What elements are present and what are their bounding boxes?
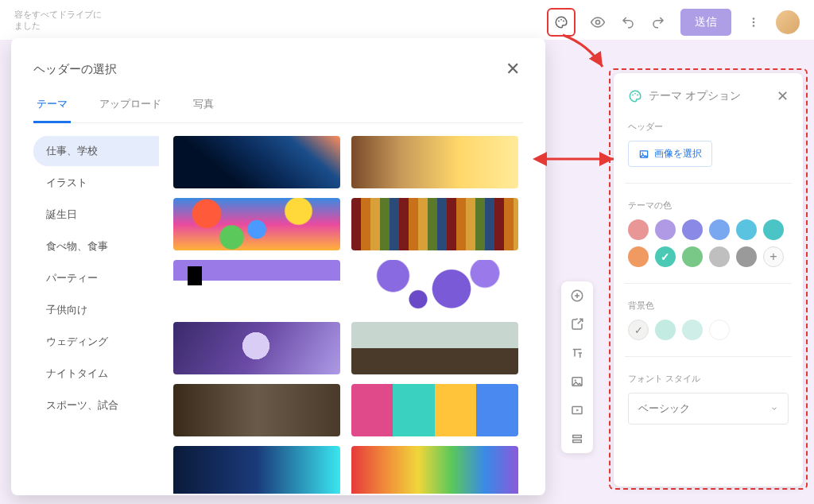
add-image-button[interactable] <box>569 374 585 390</box>
topbar-right: 送信 <box>547 8 800 37</box>
bg-color-swatch-selected[interactable] <box>628 320 649 340</box>
palette-icon <box>554 15 568 29</box>
header-thumb[interactable] <box>351 260 518 312</box>
theme-color-swatch[interactable] <box>736 246 757 267</box>
chevron-down-icon <box>770 405 778 413</box>
header-thumb[interactable] <box>173 198 340 250</box>
add-section-button[interactable] <box>569 431 585 447</box>
theme-color-swatch[interactable] <box>655 219 676 240</box>
send-button[interactable]: 送信 <box>680 9 731 36</box>
redo-icon <box>651 15 665 29</box>
theme-color-swatch[interactable] <box>763 219 784 240</box>
more-button[interactable] <box>746 14 762 30</box>
more-vert-icon <box>746 15 761 29</box>
svg-point-0 <box>558 21 560 22</box>
modal-close-button[interactable]: ✕ <box>502 56 523 83</box>
font-style-select[interactable]: ベーシック <box>628 393 789 425</box>
category-item[interactable]: 食べ物、食事 <box>33 231 159 262</box>
svg-point-4 <box>753 17 755 20</box>
import-icon <box>570 317 584 331</box>
section-icon <box>570 432 584 446</box>
tab-upload[interactable]: アップロード <box>96 91 165 122</box>
image-icon <box>570 374 584 389</box>
svg-rect-11 <box>573 436 582 438</box>
tab-theme[interactable]: テーマ <box>33 91 71 123</box>
theme-color-swatch[interactable] <box>682 246 703 267</box>
svg-point-5 <box>753 21 755 24</box>
theme-color-swatch-selected[interactable] <box>655 246 676 267</box>
header-thumb[interactable] <box>173 260 340 312</box>
theme-options-panel: テーマ オプション ✕ ヘッダー 画像を選択 テーマの色 + 背景色 フォント … <box>614 73 803 487</box>
save-status: 容をすべてドライブに ました <box>14 9 102 32</box>
category-item[interactable]: パーティー <box>33 263 159 293</box>
theme-color-swatch[interactable] <box>709 246 730 267</box>
category-item[interactable]: 仕事、学校 <box>33 136 159 166</box>
theme-color-swatch[interactable] <box>736 219 757 240</box>
plus-circle-icon <box>570 289 584 303</box>
theme-panel-title: テーマ オプション <box>649 89 770 103</box>
header-thumb[interactable] <box>173 384 340 436</box>
preview-button[interactable] <box>590 14 606 30</box>
import-question-button[interactable] <box>569 316 585 332</box>
header-thumb[interactable] <box>351 136 518 188</box>
palette-icon <box>628 89 642 103</box>
category-item[interactable]: ナイトタイム <box>33 359 159 389</box>
close-icon: ✕ <box>777 88 789 104</box>
font-style-label: フォント スタイル <box>628 373 789 385</box>
modal-title: ヘッダーの選択 <box>33 62 117 77</box>
svg-point-14 <box>634 93 636 95</box>
svg-rect-12 <box>573 440 582 443</box>
theme-color-swatch[interactable] <box>682 219 703 240</box>
text-icon <box>570 346 584 360</box>
redo-button[interactable] <box>650 14 666 30</box>
header-thumb[interactable] <box>351 384 518 436</box>
header-thumb[interactable] <box>351 198 518 250</box>
close-icon: ✕ <box>506 59 520 79</box>
theme-color-swatches: + <box>628 219 789 267</box>
bg-color-swatch[interactable] <box>655 320 676 340</box>
undo-icon <box>621 15 635 29</box>
header-thumb[interactable] <box>173 446 340 494</box>
header-thumb[interactable] <box>351 446 518 494</box>
header-select-modal: ヘッダーの選択 ✕ テーマ アップロード 写真 仕事、学校 イラスト 誕生日 食… <box>11 38 545 495</box>
svg-point-15 <box>637 95 638 96</box>
select-header-image-button[interactable]: 画像を選択 <box>628 141 712 167</box>
category-item[interactable]: イラスト <box>33 168 159 198</box>
header-image-grid <box>173 136 523 494</box>
bg-color-swatch[interactable] <box>709 320 730 340</box>
topbar: 容をすべてドライブに ました 送信 <box>0 0 814 40</box>
header-thumb[interactable] <box>173 322 340 374</box>
theme-panel-close-button[interactable]: ✕ <box>777 87 789 105</box>
floating-side-toolbar <box>561 281 593 453</box>
category-item[interactable]: 子供向け <box>33 295 159 325</box>
svg-point-1 <box>560 19 562 21</box>
bg-color-swatches <box>628 320 789 340</box>
undo-button[interactable] <box>620 14 636 30</box>
category-item[interactable]: スポーツ、試合 <box>33 390 159 421</box>
theme-palette-button[interactable] <box>547 8 576 37</box>
add-custom-color-button[interactable]: + <box>763 246 784 267</box>
bg-color-label: 背景色 <box>628 300 789 312</box>
add-question-button[interactable] <box>569 288 585 304</box>
image-icon <box>638 149 649 160</box>
svg-point-13 <box>632 95 634 96</box>
header-thumb[interactable] <box>351 322 518 374</box>
svg-point-6 <box>753 25 755 27</box>
category-list: 仕事、学校 イラスト 誕生日 食べ物、食事 パーティー 子供向け ウェディング … <box>33 136 159 494</box>
bg-color-swatch[interactable] <box>682 320 703 340</box>
video-icon <box>570 403 584 417</box>
theme-color-swatch[interactable] <box>628 219 649 240</box>
add-video-button[interactable] <box>569 402 585 418</box>
theme-color-swatch[interactable] <box>628 246 649 267</box>
add-title-button[interactable] <box>569 345 585 361</box>
theme-color-swatch[interactable] <box>709 219 730 240</box>
svg-point-9 <box>575 379 576 381</box>
category-item[interactable]: ウェディング <box>33 327 159 357</box>
header-thumb[interactable] <box>173 136 340 188</box>
category-item[interactable]: 誕生日 <box>33 200 159 230</box>
user-avatar[interactable] <box>776 10 800 34</box>
svg-point-17 <box>642 152 643 153</box>
eye-icon <box>590 14 606 30</box>
theme-color-label: テーマの色 <box>628 200 789 211</box>
tab-photo[interactable]: 写真 <box>190 91 217 122</box>
